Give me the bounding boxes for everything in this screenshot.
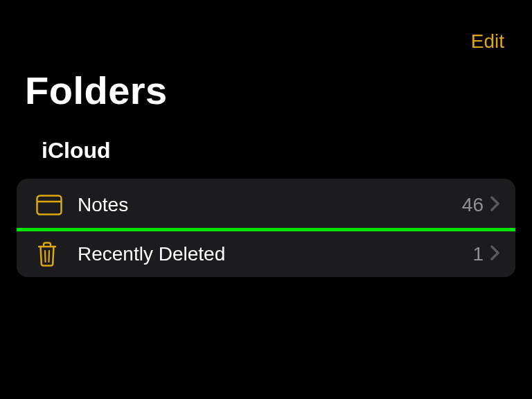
- folder-count: 46: [462, 194, 484, 216]
- folder-row-notes[interactable]: Notes 46: [17, 179, 515, 231]
- folder-list: Notes 46 Recently Deleted 1: [17, 179, 515, 277]
- chevron-right-icon: [490, 196, 500, 214]
- edit-button[interactable]: Edit: [471, 30, 504, 53]
- svg-line-2: [45, 251, 46, 262]
- svg-rect-0: [37, 195, 62, 214]
- section-header-icloud: iCloud: [0, 113, 532, 163]
- page-title: Folders: [0, 53, 532, 113]
- folder-count: 1: [472, 243, 484, 265]
- chevron-right-icon: [490, 245, 500, 263]
- trash-icon: [36, 241, 75, 267]
- folder-label: Recently Deleted: [75, 243, 472, 265]
- folder-icon: [36, 195, 75, 215]
- folder-label: Notes: [75, 194, 462, 216]
- svg-line-3: [49, 251, 50, 262]
- folder-row-recently-deleted[interactable]: Recently Deleted 1: [17, 228, 515, 277]
